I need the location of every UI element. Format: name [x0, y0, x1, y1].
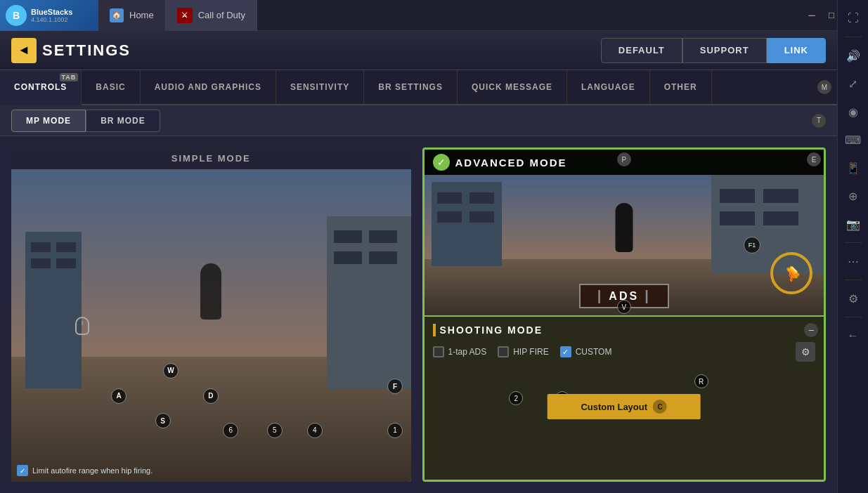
fullscreen-icon[interactable]: ⤢: [841, 71, 866, 96]
titlebar: B BlueStacks 4.140.1.1002 🏠 Home ⚔ Call …: [0, 0, 868, 31]
eye-icon[interactable]: ◉: [841, 99, 866, 124]
adv-win-2: [469, 192, 494, 204]
tab-quick-message[interactable]: QUICK MESSAGE: [458, 70, 567, 104]
window-r1: [334, 230, 362, 243]
game-tab[interactable]: ⚔ Call of Duty: [166, 0, 257, 31]
settings-back-button[interactable]: ◄: [11, 38, 37, 63]
minimize-button[interactable]: ─: [803, 7, 820, 24]
shooting-gear-button[interactable]: ⚙: [796, 342, 815, 362]
num-4: 4: [307, 423, 323, 438]
mode-tabs-row: MP MODE BR MODE T: [0, 105, 837, 136]
adv-win-3: [437, 211, 462, 223]
shooting-mode-section: SHOOTING MODE − 1-tap ADS HIP FIRE ✓ CUS…: [425, 315, 824, 480]
tab-sensitivity[interactable]: SENSITIVITY: [276, 70, 364, 104]
app-name: BlueStacks: [31, 8, 72, 16]
simple-mode-screenshot: W A D S 6 5 4 1 F ✓ Limit autofire range…: [11, 169, 411, 482]
settings-header: ◄ SETTINGS DEFAULT SUPPORT LINK: [0, 31, 837, 70]
sidebar-separator-4: [845, 317, 862, 317]
hip-fire-label: HIP FIRE: [513, 347, 548, 357]
key-s: S: [155, 413, 171, 428]
advanced-check-icon: ✓: [433, 154, 450, 171]
adv-building-left: [432, 182, 502, 266]
advanced-header: ✓ ADVANCED MODE P E: [425, 150, 824, 175]
mp-mode-tab[interactable]: MP MODE: [11, 110, 86, 132]
num-1: 1: [387, 423, 403, 438]
m-badge: M: [817, 80, 831, 94]
shooting-options: 1-tap ADS HIP FIRE ✓ CUSTOM ⚙: [433, 342, 816, 362]
home-tab[interactable]: 🏠 Home: [98, 0, 166, 31]
adv-win-r2: [763, 189, 798, 203]
t-badge: T: [812, 114, 826, 128]
building-right: [327, 216, 411, 388]
one-tap-ads-option[interactable]: 1-tap ADS: [433, 346, 487, 357]
simple-mode-panel: SIMPLE MODE: [11, 147, 411, 482]
link-button[interactable]: LINK: [767, 38, 826, 63]
more-icon[interactable]: ⋯: [841, 249, 866, 274]
volume-icon[interactable]: 🔊: [841, 43, 866, 68]
custom-layout-button[interactable]: Custom Layout C: [547, 394, 701, 419]
br-mode-tab[interactable]: BR MODE: [86, 110, 160, 132]
advanced-game-area: | ADS | 🔫 F1 V: [425, 175, 824, 315]
support-button[interactable]: SUPPORT: [682, 38, 767, 63]
adv-win-4: [469, 211, 494, 223]
window-3: [31, 258, 51, 268]
gear-icon[interactable]: ⚙: [841, 286, 866, 311]
tab-controls[interactable]: CONTROLS Tab: [0, 70, 82, 105]
autofire-checkbox[interactable]: ✓: [17, 465, 28, 476]
tab-other[interactable]: OTHER: [650, 70, 712, 104]
custom-option[interactable]: ✓ CUSTOM: [560, 346, 612, 357]
key-d: D: [203, 388, 219, 404]
window-2: [56, 242, 76, 252]
custom-layout-label: Custom Layout: [581, 402, 647, 412]
tab-language[interactable]: LANGUAGE: [567, 70, 650, 104]
tab-br-settings[interactable]: BR SETTINGS: [364, 70, 458, 104]
custom-label: CUSTOM: [576, 347, 612, 357]
phone-icon[interactable]: 📱: [841, 155, 866, 180]
app-logo: B BlueStacks 4.140.1.1002: [0, 0, 98, 31]
main-content: CONTROLS Tab BASIC AUDIO AND GRAPHICS SE…: [0, 70, 837, 493]
ammo-circle: 🔫: [770, 252, 812, 294]
num-5: 5: [267, 423, 283, 438]
expand-sidebar-icon[interactable]: ⛶: [841, 6, 866, 31]
default-button[interactable]: DEFAULT: [601, 38, 682, 63]
autofire-row[interactable]: ✓ Limit autofire range when hip firing.: [17, 465, 153, 476]
simple-mode-title: SIMPLE MODE: [11, 147, 411, 169]
advanced-mode-panel: ✓ ADVANCED MODE P E: [422, 147, 827, 482]
shooting-mode-header: SHOOTING MODE −: [433, 324, 816, 336]
autofire-label: Limit autofire range when hip firing.: [32, 466, 153, 475]
f1-badge: F1: [744, 237, 760, 254]
adv-win-r4: [763, 211, 798, 225]
one-tap-ads-label: 1-tap ADS: [448, 347, 487, 357]
one-tap-ads-checkbox[interactable]: [433, 346, 444, 357]
back-icon[interactable]: ←: [841, 323, 866, 348]
minus-badge[interactable]: −: [804, 323, 818, 337]
add-icon[interactable]: ⊕: [841, 183, 866, 209]
home-tab-label: Home: [129, 10, 154, 20]
ammo-icon: 🔫: [779, 261, 804, 286]
keyboard-icon[interactable]: ⌨: [841, 127, 866, 152]
custom-checkbox[interactable]: ✓: [560, 346, 571, 357]
right-sidebar: ⛶ 🔊 ⤢ ◉ ⌨ 📱 ⊕ 📷 ⋯ ⚙ ←: [837, 0, 868, 493]
building-left: [25, 232, 82, 388]
adv-win-r1: [720, 189, 755, 203]
p-badge: P: [617, 152, 631, 166]
r-badge: R: [694, 374, 708, 388]
home-tab-icon: 🏠: [110, 8, 124, 22]
app-version: 4.140.1.1002: [31, 16, 72, 23]
tab-basic[interactable]: BASIC: [82, 70, 140, 104]
v-badge: V: [617, 300, 631, 314]
hip-fire-checkbox[interactable]: [498, 346, 509, 357]
adv-soldier: [615, 203, 633, 252]
window-1: [31, 242, 51, 252]
camera-icon[interactable]: 📷: [841, 211, 866, 237]
bluestacks-icon: B: [6, 5, 27, 26]
hip-fire-option[interactable]: HIP FIRE: [498, 346, 548, 357]
soldier-silhouette: [200, 263, 221, 320]
advanced-mode-title: ADVANCED MODE: [455, 157, 567, 169]
tab-audio-graphics[interactable]: AUDIO AND GRAPHICS: [141, 70, 276, 104]
sidebar-separator-2: [845, 242, 862, 243]
key-a: A: [111, 388, 127, 404]
bottom-area: R 2 3 Custom Layout C: [433, 369, 816, 425]
num-2-badge: 2: [509, 391, 523, 405]
mouse-icon: [75, 317, 89, 335]
